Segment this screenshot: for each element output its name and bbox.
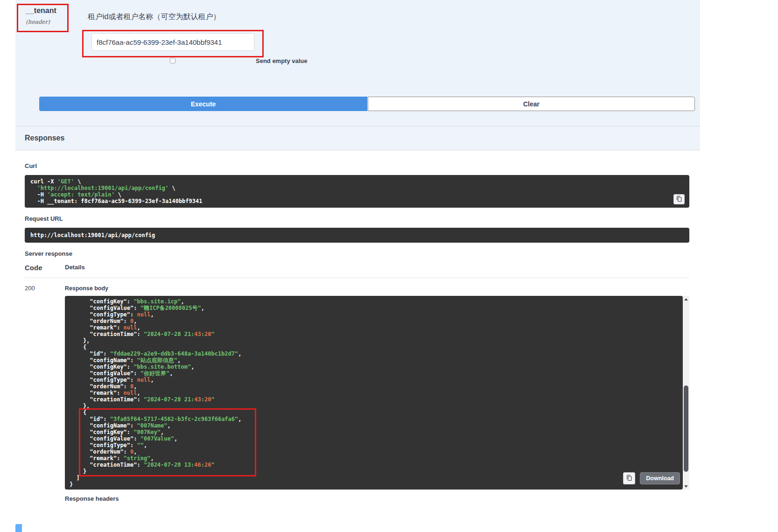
scrollbar-up-icon[interactable]: [683, 296, 689, 302]
parameter-name-cell: __tenant (header): [26, 6, 88, 65]
copy-icon: [626, 475, 632, 483]
response-body-block: "configKey": "bbs.site.icp", "configValu…: [65, 296, 683, 490]
parameter-location: (header): [26, 19, 88, 25]
send-empty-value-checkbox[interactable]: [170, 58, 175, 63]
execute-clear-button-group: Execute Clear: [39, 97, 695, 111]
scrollbar-thumb[interactable]: [684, 385, 688, 472]
execute-button[interactable]: Execute: [39, 97, 367, 111]
responses-section-body: Curl curl -X 'GET' \ 'http://localhost:1…: [15, 150, 700, 521]
response-row: 200 Response body "configKey": "bbs.site…: [25, 278, 689, 521]
responses-title: Responses: [25, 134, 691, 142]
parameter-row: __tenant (header) 租户id或者租户名称（可空为默认租户） Se…: [26, 6, 700, 65]
parameters-section: __tenant (header) 租户id或者租户名称（可空为默认租户） Se…: [15, 0, 700, 126]
response-body-scrollbar[interactable]: [683, 296, 689, 490]
server-response-label: Server response: [25, 250, 689, 257]
swagger-get-operation-panel: __tenant (header) 租户id或者租户名称（可空为默认租户） Se…: [15, 0, 700, 532]
copy-response-button[interactable]: [623, 472, 635, 484]
response-body-label: Response body: [65, 285, 689, 292]
response-body-actions: Download: [623, 472, 680, 484]
scrollbar-down-icon[interactable]: [683, 483, 689, 490]
copy-icon: [676, 196, 682, 203]
download-button[interactable]: Download: [640, 472, 680, 484]
parameter-value-cell: 租户id或者租户名称（可空为默认租户） Send empty value: [88, 6, 700, 65]
curl-command-text: curl -X 'GET' \ 'http://localhost:19001/…: [30, 178, 684, 204]
parameter-description: 租户id或者租户名称（可空为默认租户）: [88, 12, 700, 22]
request-url-block: http://localhost:19001/api/app/config: [25, 228, 689, 243]
request-url-label: Request URL: [25, 215, 689, 222]
curl-command-block: curl -X 'GET' \ 'http://localhost:19001/…: [25, 175, 689, 208]
code-column-header: Code: [25, 264, 65, 272]
response-body-wrapper: "configKey": "bbs.site.icp", "configValu…: [65, 296, 689, 490]
details-column-header: Details: [65, 264, 85, 272]
response-body-json: "configKey": "bbs.site.icp", "configValu…: [70, 298, 678, 488]
copy-curl-button[interactable]: [673, 194, 685, 204]
get-method-badge-partial[interactable]: [15, 524, 22, 532]
responses-section-header: Responses: [15, 126, 700, 150]
response-table-header: Code Details: [25, 264, 689, 278]
response-details-cell: Response body "configKey": "bbs.site.icp…: [65, 285, 689, 521]
parameter-name: __tenant: [26, 7, 88, 15]
send-empty-value-row: Send empty value: [88, 56, 700, 65]
status-code: 200: [25, 285, 65, 521]
curl-label: Curl: [25, 162, 689, 169]
send-empty-value-label: Send empty value: [256, 57, 308, 64]
response-headers-label: Response headers: [65, 495, 689, 502]
tenant-value-input[interactable]: [91, 33, 254, 51]
clear-button[interactable]: Clear: [368, 97, 695, 111]
request-url-text: http://localhost:19001/api/app/config: [30, 232, 684, 238]
